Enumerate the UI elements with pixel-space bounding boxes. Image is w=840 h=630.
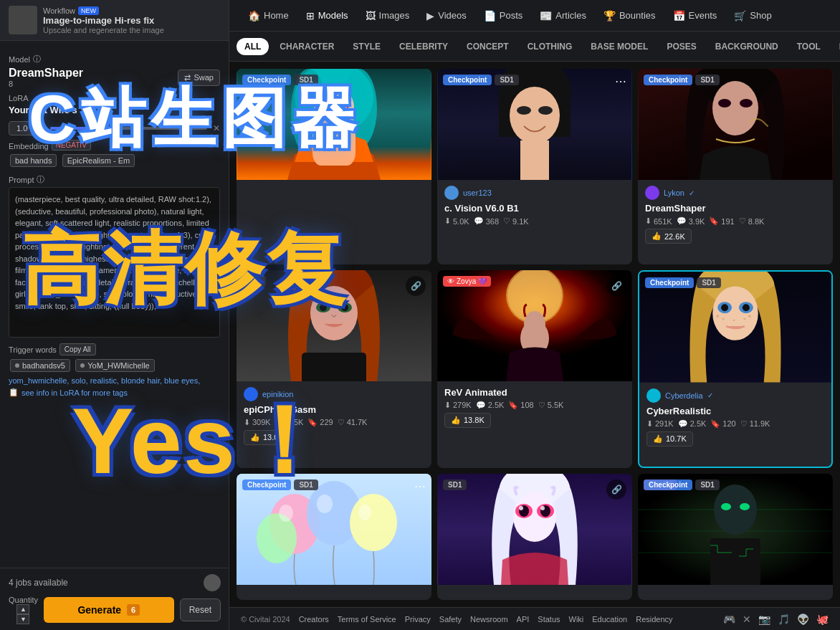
filter-tool[interactable]: TOOL <box>789 38 829 55</box>
reset-button[interactable]: Reset <box>180 598 221 621</box>
nav-videos-label: Videos <box>438 10 467 21</box>
card-stats-6: ⬇291K 💬2.5K 🔖120 ♡11.9K <box>646 419 824 429</box>
nav-articles[interactable]: 📰 Articles <box>533 6 593 26</box>
model-card-3[interactable]: Checkpoint SD1 Lykon ✓ DreamShaper ⬇651K… <box>638 69 833 264</box>
slider-close-icon[interactable]: ✕ <box>213 123 220 133</box>
shop-icon: 🛒 <box>734 10 746 22</box>
see-info-link[interactable]: 📋 see info in LoRA for more tags <box>9 388 220 397</box>
filter-all[interactable]: ALL <box>237 38 269 55</box>
filter-concept[interactable]: CONCEPT <box>459 38 517 55</box>
model-card-2[interactable]: Checkpoint SD1 ⋯ user123 c. Vision V6.0 … <box>437 69 632 264</box>
svg-point-51 <box>279 505 293 522</box>
blue-text-tags: yom_hwmichelle, solo, realistic, blonde … <box>9 376 220 385</box>
footer-status[interactable]: Status <box>538 615 560 624</box>
footer-wiki[interactable]: Wiki <box>569 615 584 624</box>
svg-rect-15 <box>520 140 549 180</box>
nav-images[interactable]: 🖼 Images <box>358 6 417 26</box>
instagram-icon[interactable]: 📷 <box>758 614 770 625</box>
filter-poses[interactable]: POSES <box>659 38 704 55</box>
trigger-tag-1: badhandsv5 <box>10 359 70 372</box>
svg-point-43 <box>748 315 751 318</box>
nav-models[interactable]: ⊞ Models <box>299 6 355 26</box>
svg-point-62 <box>540 506 545 510</box>
svg-point-27 <box>341 304 348 311</box>
copy-all-button[interactable]: Copy All <box>59 343 96 355</box>
svg-point-26 <box>320 304 327 311</box>
like-button-3[interactable]: 👍 22.6K <box>645 229 692 244</box>
footer-social-icons: 🎮 ✕ 📷 🎵 👽 🐙 <box>723 614 829 625</box>
reddit-icon[interactable]: 👽 <box>797 614 809 625</box>
quantity-stepper[interactable]: ▲ ▼ <box>9 604 38 624</box>
twitter-icon[interactable]: ✕ <box>743 614 751 625</box>
models-icon: ⊞ <box>306 10 315 22</box>
filter-background[interactable]: BACKGROUND <box>707 38 786 55</box>
card-info-5: ReV Animated ⬇279K 💬2.5K 🔖108 ♡5.5K 👍 13… <box>437 381 632 434</box>
svg-point-3 <box>341 69 377 148</box>
nav-shop[interactable]: 🛒 Shop <box>727 6 778 26</box>
footer-privacy[interactable]: Privacy <box>405 615 431 624</box>
tiktok-icon[interactable]: 🎵 <box>778 614 790 625</box>
model-version: 8 <box>9 80 83 88</box>
filter-style[interactable]: STYLE <box>345 38 388 55</box>
generate-label: Generate <box>77 604 121 616</box>
nav-posts[interactable]: 📄 Posts <box>477 6 530 26</box>
quantity-up-button[interactable]: ▲ <box>16 604 29 614</box>
svg-point-19 <box>718 99 731 108</box>
card-menu-2[interactable]: ⋯ <box>615 75 626 88</box>
model-card-8[interactable]: SD1 🔗 <box>437 474 632 600</box>
top-nav: 🏠 Home ⊞ Models 🖼 Images ▶ Videos 📄 Post… <box>229 0 840 32</box>
card-menu-7[interactable]: ⋯ <box>414 479 426 493</box>
model-card-6[interactable]: Checkpoint SD1 Cyberdelia ✓ CyberRealist… <box>638 270 833 469</box>
discord-icon[interactable]: 🎮 <box>723 614 735 625</box>
quantity-down-button[interactable]: ▼ <box>16 614 29 624</box>
card-badges-8: SD1 <box>443 479 467 490</box>
footer-safety[interactable]: Safety <box>439 615 462 624</box>
model-card-1[interactable]: Checkpoint SD1 <box>237 69 431 264</box>
model-card-4[interactable]: SD1 🔗 epinikion epiCPhotoGasm ⬇309K 💬2.5… <box>237 270 431 469</box>
footer-tos[interactable]: Terms of Service <box>338 615 396 624</box>
card-badges-6: Checkpoint SD1 <box>645 277 721 288</box>
filter-clothing[interactable]: CLOTHING <box>520 38 581 55</box>
nav-events[interactable]: 📅 Events <box>666 6 725 26</box>
svg-point-69 <box>740 503 750 510</box>
footer-newsroom[interactable]: Newsroom <box>470 615 508 624</box>
nav-home[interactable]: 🏠 Home <box>241 6 296 26</box>
swap-button[interactable]: ⇄ Swap <box>178 70 220 86</box>
model-card-5[interactable]: 👁 Zovya 💜 🔗 ReV Animated ⬇279K 💬2.5K 🔖10… <box>437 270 632 469</box>
card-link-icon-5[interactable]: 🔗 <box>606 276 626 296</box>
trigger-tag-2: YoM_HWMichelle <box>75 359 154 372</box>
generate-button[interactable]: Generate 6 <box>44 597 174 623</box>
like-button-4[interactable]: 👍 13.0K <box>244 430 290 445</box>
filter-buildings[interactable]: BUILDINGS <box>831 38 840 55</box>
footer-residency[interactable]: Residency <box>636 615 672 624</box>
sd1-badge-6: SD1 <box>697 277 720 288</box>
prompt-box[interactable]: (masterpiece, best quality, ultra detail… <box>9 187 220 338</box>
like-button-6[interactable]: 👍 10.7K <box>646 431 693 447</box>
slider-select[interactable]: 1.00 <box>9 121 44 135</box>
filter-celebrity[interactable]: CELEBRITY <box>391 38 456 55</box>
footer-api[interactable]: API <box>517 615 530 624</box>
nav-bounties[interactable]: 🏆 Bounties <box>596 6 663 26</box>
footer-education[interactable]: Education <box>592 615 627 624</box>
checkpoint-badge-2: Checkpoint <box>443 75 492 85</box>
like-button-5[interactable]: 👍 13.8K <box>444 413 491 428</box>
filter-base-model[interactable]: BASE MODEL <box>583 38 656 55</box>
prompt-field-label: Prompt ⓘ <box>9 174 220 185</box>
card-title-6: CyberRealistic <box>646 406 824 416</box>
card-image-8 <box>437 474 632 585</box>
card-info-6: Cyberdelia ✓ CyberRealistic ⬇291K 💬2.5K … <box>639 383 831 452</box>
lora-slider[interactable] <box>50 127 207 130</box>
footer-creators[interactable]: Creators <box>299 615 329 624</box>
model-card-9[interactable]: 👁 HOT Checkpoint SD1 <box>638 474 833 600</box>
card-image-6 <box>639 272 831 383</box>
svg-point-42 <box>722 318 725 320</box>
github-icon[interactable]: 🐙 <box>816 614 829 625</box>
model-card-7[interactable]: Checkpoint SD1 ⋯ <box>237 474 431 600</box>
nav-posts-label: Posts <box>500 10 523 21</box>
left-content: Model ⓘ DreamShaper 8 ⇄ Swap LoRA Your H… <box>0 41 229 404</box>
filter-character[interactable]: CHARACTER <box>272 38 342 55</box>
card-link-icon-4[interactable]: 🔗 <box>406 276 426 296</box>
nav-videos[interactable]: ▶ Videos <box>419 6 474 26</box>
svg-point-13 <box>517 106 531 115</box>
sd1-badge-2: SD1 <box>495 75 518 85</box>
